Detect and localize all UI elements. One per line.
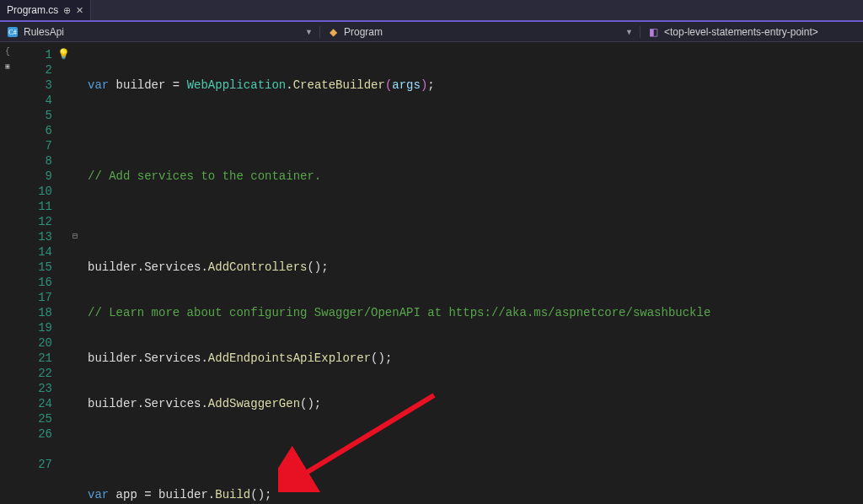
editor-tab[interactable]: Program.cs ⊕ ✕ [0, 0, 91, 20]
nav-member-label: <top-level-statements-entry-point> [664, 26, 818, 38]
fold-margin: ⊟ [72, 42, 84, 504]
lightbulb-icon[interactable]: 💡 [57, 47, 72, 62]
nav-type[interactable]: ◆ Program ▼ [320, 26, 641, 38]
code-editor[interactable]: { ▣ 1 2 3 4 5 6 7 8 9 10 11 12 13 14 15 … [0, 42, 863, 504]
nav-project-label: RulesApi [24, 26, 64, 38]
outline-margin: { ▣ [0, 42, 15, 504]
method-icon: ◧ [647, 26, 659, 38]
pin-icon[interactable]: ⊕ [63, 5, 71, 16]
nav-member[interactable]: ◧ <top-level-statements-entry-point> [641, 26, 863, 38]
tab-title: Program.cs [7, 4, 58, 16]
close-icon[interactable]: ✕ [76, 5, 83, 16]
chevron-down-icon: ▼ [625, 28, 633, 36]
nav-bar: C# RulesApi ▼ ◆ Program ▼ ◧ <top-level-s… [0, 22, 863, 42]
nav-type-label: Program [344, 26, 383, 38]
hint-margin: 💡 [57, 42, 72, 504]
csharp-project-icon: C# [7, 26, 19, 38]
tab-bar: Program.cs ⊕ ✕ [0, 0, 863, 22]
line-number: 1 [15, 47, 52, 62]
class-icon: ◆ [327, 26, 339, 38]
chevron-down-icon: ▼ [305, 28, 313, 36]
nav-project[interactable]: C# RulesApi ▼ [0, 26, 320, 38]
code-area[interactable]: var builder = WebApplication.CreateBuild… [84, 42, 863, 504]
line-number-gutter: 1 2 3 4 5 6 7 8 9 10 11 12 13 14 15 16 1… [15, 42, 57, 504]
fold-toggle-icon[interactable]: ⊟ [72, 229, 84, 244]
svg-text:C#: C# [8, 29, 16, 36]
